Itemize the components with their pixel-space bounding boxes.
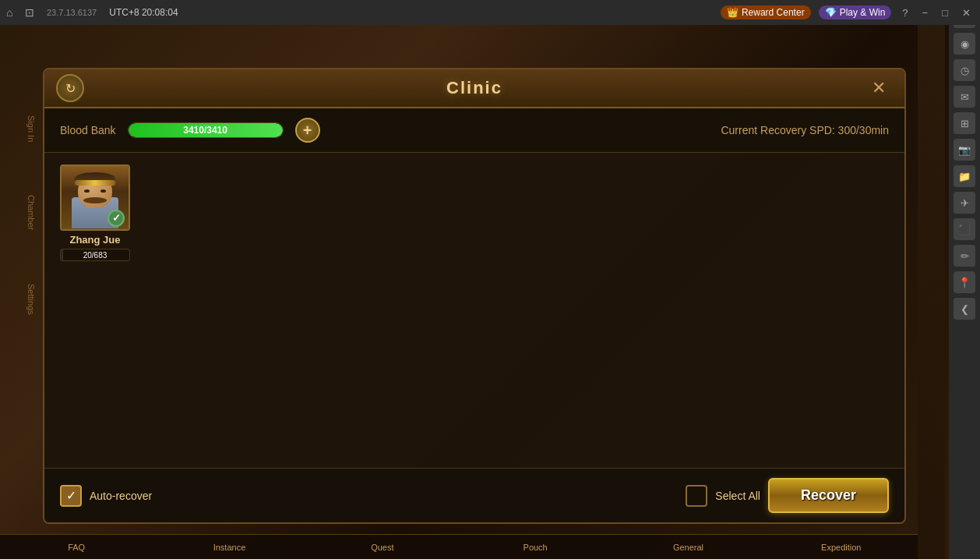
refresh-icon: ↻ bbox=[65, 81, 76, 96]
nav-expedition[interactable]: Expedition bbox=[765, 538, 918, 557]
hero-portrait: ✓ bbox=[60, 165, 130, 231]
select-all-label: Select All bbox=[715, 490, 760, 502]
sidebar-icon-3[interactable]: ✉ bbox=[954, 86, 975, 108]
bottom-nav: FAQ Instance Quest Pouch General Expedit… bbox=[0, 534, 918, 559]
sidebar-item-chamber[interactable]: Chamber bbox=[0, 192, 39, 233]
recovery-speed-label: Current Recovery SPD: 300/30min bbox=[721, 124, 889, 136]
content-area: ✓ Zhang Jue 20/683 bbox=[44, 153, 904, 468]
version-label: 23.7.13.6137 bbox=[47, 8, 97, 17]
hero-card-zhang-jue[interactable]: ✓ Zhang Jue 20/683 bbox=[60, 165, 130, 261]
sidebar-icon-4[interactable]: ⊞ bbox=[954, 112, 975, 134]
close-icon: ✕ bbox=[872, 78, 886, 98]
minimize-button[interactable]: − bbox=[919, 5, 932, 20]
add-blood-button[interactable]: + bbox=[295, 118, 320, 143]
maximize-button[interactable]: □ bbox=[939, 5, 951, 20]
blood-bank-label: Blood Bank bbox=[60, 124, 116, 136]
hero-eye-right bbox=[100, 189, 106, 193]
play-win-button[interactable]: 💎 Play & Win bbox=[819, 5, 892, 19]
save-icon[interactable]: ⊡ bbox=[25, 6, 37, 19]
hero-name: Zhang Jue bbox=[69, 234, 120, 246]
hero-hp-value: 20/683 bbox=[83, 251, 108, 260]
modal-footer: ✓ Auto-recover Select All Recover bbox=[44, 468, 904, 522]
add-icon: + bbox=[303, 122, 312, 140]
sidebar-icon-2[interactable]: ◷ bbox=[954, 59, 975, 81]
nav-quest[interactable]: Quest bbox=[306, 538, 459, 557]
right-decor bbox=[918, 25, 945, 559]
taskbar-left: ⌂ ⊡ 23.7.13.6137 UTC+8 20:08:04 bbox=[6, 6, 178, 19]
recover-button[interactable]: Recover bbox=[768, 478, 889, 513]
reward-center-button[interactable]: 👑 Reward Center bbox=[721, 5, 811, 19]
play-win-label: Play & Win bbox=[840, 7, 886, 18]
taskbar: ⌂ ⊡ 23.7.13.6137 UTC+8 20:08:04 👑 Reward… bbox=[0, 0, 980, 25]
blood-bank-progress: 3410/3410 bbox=[128, 122, 284, 138]
hero-selected-checkmark: ✓ bbox=[108, 210, 125, 227]
reward-center-label: Reward Center bbox=[742, 7, 805, 18]
nav-pouch[interactable]: Pouch bbox=[459, 538, 612, 557]
sidebar-icon-8[interactable]: ⬛ bbox=[954, 218, 975, 240]
left-sidebar: Sign In Chamber Settings bbox=[0, 50, 39, 317]
blood-bank-section: Blood Bank 3410/3410 + Current Recovery … bbox=[44, 108, 904, 153]
nav-general[interactable]: General bbox=[612, 538, 764, 557]
auto-recover-label: Auto-recover bbox=[90, 490, 152, 502]
modal-title: Clinic bbox=[446, 78, 502, 98]
hero-beard bbox=[83, 197, 107, 203]
close-window-button[interactable]: ✕ bbox=[959, 5, 974, 20]
clinic-modal: ↻ Clinic ✕ Blood Bank 3410/3410 + Curren… bbox=[43, 68, 906, 524]
hero-art: ✓ bbox=[64, 168, 126, 228]
nav-instance[interactable]: Instance bbox=[153, 538, 305, 557]
crown-icon: 👑 bbox=[727, 7, 739, 18]
time-label: UTC+8 20:08:04 bbox=[109, 7, 178, 18]
sidebar-icon-11[interactable]: ❮ bbox=[954, 298, 975, 320]
hero-portrait-inner: ✓ bbox=[62, 166, 129, 229]
modal-header: ↻ Clinic ✕ bbox=[44, 69, 904, 108]
blood-bank-value: 3410/3410 bbox=[183, 125, 227, 136]
right-sidebar: ⊙ ◉ ◷ ✉ ⊞ 📷 📁 ✈ ⬛ ✏ 📍 ❮ bbox=[949, 0, 980, 559]
sidebar-icon-9[interactable]: ✏ bbox=[954, 245, 975, 267]
select-all-section: Select All Recover bbox=[686, 478, 889, 513]
hero-hp-fill bbox=[61, 249, 63, 260]
nav-faq[interactable]: FAQ bbox=[0, 538, 153, 557]
sidebar-icon-10[interactable]: 📍 bbox=[954, 271, 975, 293]
sidebar-icon-7[interactable]: ✈ bbox=[954, 192, 975, 214]
hero-eye-left bbox=[84, 189, 90, 193]
hero-headband bbox=[75, 180, 115, 186]
hero-hp-bar: 20/683 bbox=[60, 249, 130, 261]
home-icon[interactable]: ⌂ bbox=[6, 6, 19, 19]
gem-icon: 💎 bbox=[825, 7, 837, 18]
sidebar-icon-1[interactable]: ◉ bbox=[954, 33, 975, 55]
auto-recover-check-icon: ✓ bbox=[60, 485, 82, 507]
help-button[interactable]: ? bbox=[899, 5, 911, 20]
select-all-checkbox[interactable]: Select All bbox=[686, 485, 760, 507]
sidebar-item-sign-in[interactable]: Sign In bbox=[0, 112, 39, 145]
sidebar-icon-6[interactable]: 📁 bbox=[954, 165, 975, 187]
refresh-button[interactable]: ↻ bbox=[56, 74, 84, 102]
taskbar-right: 👑 Reward Center 💎 Play & Win ? − □ ✕ bbox=[721, 5, 974, 20]
auto-recover-checkbox[interactable]: ✓ Auto-recover bbox=[60, 485, 152, 507]
sidebar-icon-5[interactable]: 📷 bbox=[954, 139, 975, 161]
sidebar-item-settings[interactable]: Settings bbox=[0, 281, 39, 318]
game-background: Sign In Chamber Settings ↻ Clinic ✕ Bloo… bbox=[0, 25, 949, 559]
modal-close-button[interactable]: ✕ bbox=[865, 74, 893, 102]
select-all-check-icon bbox=[686, 485, 707, 507]
